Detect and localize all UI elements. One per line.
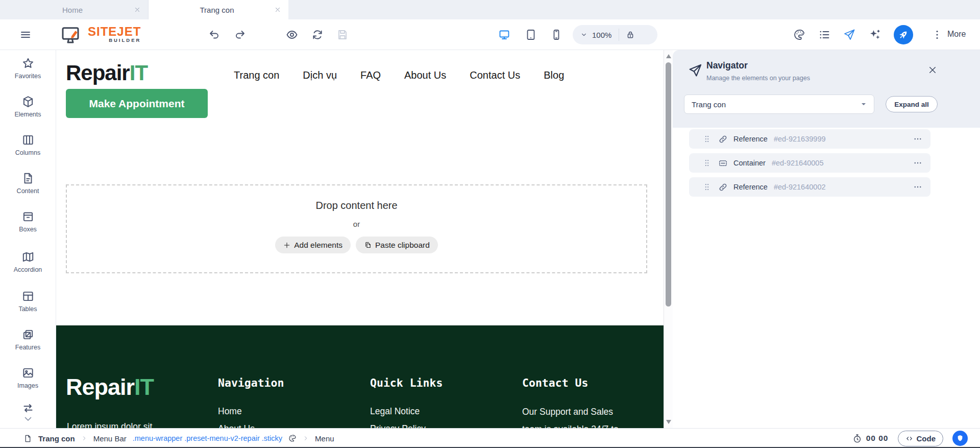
row-menu-icon[interactable] (913, 134, 922, 144)
rocket-icon (898, 29, 909, 40)
device-mobile-icon[interactable] (550, 29, 562, 41)
breadcrumb-subelement[interactable]: Menu (315, 434, 334, 443)
scroll-up-arrow-icon[interactable] (666, 54, 671, 58)
container-icon (718, 158, 728, 168)
footer-logo: RepairIT (66, 374, 154, 400)
drag-handle-icon[interactable] (702, 134, 712, 144)
device-tablet-icon[interactable] (525, 29, 537, 41)
site-nav-link[interactable]: Contact Us (470, 69, 520, 81)
more-button[interactable]: More (947, 30, 966, 39)
navigator-row-reference[interactable]: Reference #ed-921639999 (689, 129, 930, 149)
sidebar-item-tables[interactable]: Tables (0, 290, 56, 313)
footer-tagline: Lorem ipsum dolor sit (67, 421, 152, 428)
undo-icon[interactable] (208, 29, 220, 41)
breadcrumb-classes[interactable]: .menu-wrapper .preset-menu-v2-repair .st… (133, 434, 282, 442)
navigator-plane-icon[interactable] (843, 29, 855, 41)
chevron-right-icon (303, 435, 309, 441)
table-icon (21, 290, 35, 303)
site-nav-link[interactable]: Blog (544, 69, 564, 81)
navigator-plane-icon (688, 63, 702, 78)
sitejet-brand[interactable]: SITEJET BUILDER (88, 26, 141, 43)
chevron-down-icon[interactable] (22, 416, 34, 423)
paste-clipboard-button[interactable]: Paste clipboard (356, 237, 438, 253)
hamburger-menu-icon[interactable] (19, 29, 32, 41)
website-canvas[interactable]: RepairIT Trang con Dịch vụ FAQ About Us … (56, 50, 664, 428)
close-panel-icon[interactable] (928, 65, 937, 75)
folded-map-icon (21, 250, 35, 264)
scrollbar-thumb[interactable] (666, 62, 671, 306)
footer-link[interactable]: Privacy Policy (370, 420, 426, 429)
page-select-value: Trang con (692, 100, 726, 109)
sidebar-item-accordion[interactable]: Accordion (0, 250, 56, 273)
sidebar-item-images[interactable]: Images (0, 366, 56, 389)
drop-content-zone[interactable]: Drop content here or Add elements Paste … (66, 184, 647, 273)
sidebar-item-content[interactable]: Content (0, 172, 56, 195)
sidebar-item-favorites[interactable]: Favorites (0, 57, 56, 80)
make-appointment-button[interactable]: Make Appointment (66, 89, 208, 118)
footer-link[interactable]: About Us (218, 420, 255, 429)
navigator-panel-header: Navigator Manage the elements on your pa… (673, 50, 980, 128)
navigator-row-reference[interactable]: Reference #ed-921640002 (689, 177, 930, 197)
site-footer[interactable]: RepairIT Lorem ipsum dolor sit Navigatio… (56, 325, 664, 428)
breadcrumb-page[interactable]: Trang con (38, 434, 75, 443)
timer-value: 00 00 (866, 434, 889, 443)
tab-label: Home (0, 6, 134, 14)
sidebar-item-features[interactable]: Features (0, 328, 56, 351)
site-nav-link[interactable]: FAQ (360, 69, 381, 81)
footer-link[interactable]: Home (218, 403, 255, 420)
code-button[interactable]: Code (898, 431, 944, 446)
zoom-level[interactable]: 100% (592, 31, 611, 39)
zoom-chevron-down-icon[interactable] (580, 31, 588, 39)
navigator-row-container[interactable]: Container #ed-921640005 (689, 153, 930, 173)
sidebar-item-columns[interactable]: Columns (0, 133, 56, 156)
design-palette-icon[interactable] (793, 29, 805, 41)
lock-zoom-icon[interactable] (625, 30, 635, 40)
site-nav-link[interactable]: Trang con (234, 69, 279, 81)
kebab-menu-icon[interactable] (931, 29, 943, 41)
row-menu-icon[interactable] (913, 158, 922, 168)
status-bar: Trang con Menu Bar .menu-wrapper .preset… (0, 428, 980, 448)
site-nav-link[interactable]: About Us (404, 69, 446, 81)
site-nav-link[interactable]: Dịch vụ (303, 69, 337, 81)
browser-tab-bar: Home Trang con (0, 0, 980, 19)
chevron-right-icon (81, 435, 87, 441)
preview-eye-icon[interactable] (286, 29, 298, 41)
style-palette-icon[interactable] (288, 434, 297, 442)
scroll-down-arrow-icon[interactable] (666, 420, 671, 424)
dropzone-or: or (353, 220, 360, 228)
element-id: #ed-921640005 (772, 159, 824, 167)
navigator-panel: Navigator Manage the elements on your pa… (673, 50, 980, 428)
add-elements-button[interactable]: Add elements (275, 237, 351, 253)
row-menu-icon[interactable] (913, 182, 922, 192)
refresh-icon[interactable] (311, 29, 324, 41)
sidebar-item-elements[interactable]: Elements (0, 95, 56, 118)
chevron-down-icon (860, 100, 868, 108)
element-id: #ed-921640002 (774, 183, 826, 191)
sidebar-more[interactable] (0, 402, 56, 423)
redo-icon[interactable] (234, 29, 246, 41)
star-icon (21, 57, 35, 70)
footer-link[interactable]: Legal Notice (370, 403, 426, 420)
tab-trang-con[interactable]: Trang con (148, 0, 288, 19)
site-logo[interactable]: RepairIT (66, 61, 148, 85)
sitejet-logo-icon[interactable] (60, 25, 81, 45)
tab-home[interactable]: Home (0, 0, 148, 19)
close-tab-icon[interactable] (274, 6, 281, 13)
device-desktop-icon[interactable] (498, 29, 510, 41)
expand-all-button[interactable]: Expand all (886, 96, 938, 112)
drag-handle-icon[interactable] (702, 158, 712, 168)
canvas-scrollbar[interactable] (664, 50, 673, 428)
close-tab-icon[interactable] (134, 6, 141, 13)
sidebar-item-boxes[interactable]: Boxes (0, 210, 56, 233)
columns-icon (21, 133, 35, 147)
ai-sparkles-icon[interactable] (869, 29, 881, 41)
page-select-dropdown[interactable]: Trang con (684, 95, 874, 114)
drag-handle-icon[interactable] (702, 182, 712, 192)
breadcrumb-element[interactable]: Menu Bar (93, 434, 127, 443)
launch-rocket-button[interactable] (894, 25, 913, 44)
paste-icon (364, 241, 372, 249)
protection-badge[interactable] (952, 431, 968, 446)
swatches-icon (21, 328, 35, 341)
document-icon (21, 172, 35, 185)
list-view-icon[interactable] (818, 29, 830, 41)
